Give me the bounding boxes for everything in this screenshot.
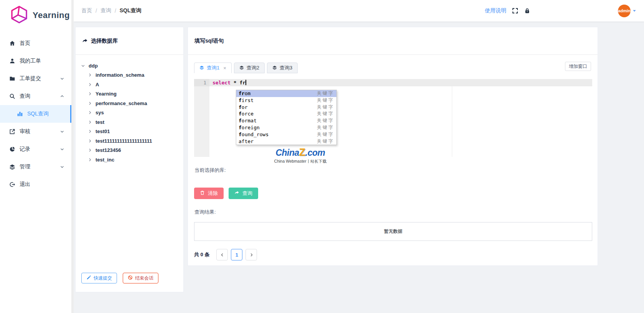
user-menu[interactable]: admin (618, 5, 636, 17)
tree-node-label: test (96, 119, 104, 125)
sidebar-menu: 首页 我的工单 工单提交 查询 (0, 35, 71, 193)
clear-button[interactable]: 清除 (194, 188, 224, 199)
tree-node-label: information_schema (96, 72, 144, 78)
user-icon (9, 58, 15, 64)
autocomplete-item[interactable]: for 关键字 (236, 104, 336, 111)
breadcrumb: 首页 查询 SQL查询 (81, 7, 142, 14)
sidebar-item-sql-query[interactable]: SQL查询 (0, 105, 71, 123)
lock-icon[interactable] (524, 8, 530, 14)
autocomplete-item[interactable]: first 关键字 (236, 97, 336, 104)
chevron-down-icon (60, 147, 64, 152)
autocomplete-popup: from 关键字 first 关键字 for 关键字 force 关键字 for… (236, 90, 337, 145)
autocomplete-item[interactable]: force 关键字 (236, 110, 336, 117)
tree-children: information_schema A Yearning performanc… (81, 71, 183, 165)
sidebar-item-audit[interactable]: 审核 (0, 123, 71, 140)
current-db-label: 当前选择的库: (194, 167, 226, 174)
database-panel-title: 选择数据库 (91, 38, 118, 44)
avatar[interactable]: admin (618, 5, 631, 17)
tree-node[interactable]: Yearning (88, 89, 183, 99)
breadcrumb-separator (115, 8, 116, 14)
sql-code-editor[interactable]: 1 select * fr from 关键字 first 关键字 for 关键字… (194, 79, 592, 157)
add-window-button[interactable]: 增加窗口 (565, 62, 591, 71)
chevron-down-icon (81, 64, 85, 68)
hint-type: 关键字 (317, 110, 334, 117)
sidebar-item-logout[interactable]: 退出 (0, 176, 71, 193)
tab-query1[interactable]: 查询1 × (194, 63, 232, 73)
close-icon[interactable]: × (223, 66, 226, 71)
chevron-right-icon (88, 129, 92, 133)
tab-query3[interactable]: 查询3 (267, 63, 298, 73)
sidebar-item-my-tickets[interactable]: 我的工单 (0, 52, 71, 70)
tree-node[interactable]: test_inc (88, 155, 183, 165)
autocomplete-item[interactable]: found_rows 关键字 (236, 131, 336, 138)
tree-node[interactable]: A (88, 80, 183, 89)
layers-icon (9, 164, 15, 170)
hint-rest: ound_rows (242, 131, 268, 138)
breadcrumb-query[interactable]: 查询 (100, 7, 111, 14)
caret-down-icon (632, 9, 636, 13)
hint-type: 关键字 (317, 124, 334, 131)
tree-node[interactable]: test (88, 117, 183, 127)
sidebar-item-query[interactable]: 查询 (0, 87, 71, 105)
tree-node[interactable]: sys (88, 108, 183, 118)
help-link[interactable]: 使用说明 (485, 7, 506, 14)
hint-type: 关键字 (317, 131, 334, 138)
sidebar-item-home[interactable]: 首页 (0, 35, 71, 52)
hint-match: f (239, 131, 242, 138)
tree-node[interactable]: test01 (88, 127, 183, 137)
tab-query2[interactable]: 查询2 (234, 63, 265, 73)
editor-actions: 清除 查询 (194, 188, 258, 199)
query-tabs: 查询1 × 查询2 查询3 (194, 63, 300, 73)
folder-icon (9, 76, 15, 82)
tab-label: 查询1 (207, 64, 219, 71)
hint-rest: or (242, 104, 248, 111)
tree-node-root[interactable]: ddp (81, 61, 183, 71)
sidebar-item-ticket-submit[interactable]: 工单提交 (0, 70, 71, 87)
tree-node[interactable]: test1111111111111111111 (88, 136, 183, 146)
chevron-down-icon (60, 76, 64, 81)
autocomplete-item[interactable]: format 关键字 (236, 117, 336, 124)
sidebar-item-label: 工单提交 (20, 75, 41, 82)
autocomplete-item[interactable]: from 关键字 (236, 90, 336, 97)
sidebar-item-admin[interactable]: 管理 (0, 158, 71, 176)
tree-node[interactable]: information_schema (88, 71, 183, 80)
tree-node-label: ddp (89, 63, 98, 69)
tree-node[interactable]: performance_schema (88, 99, 183, 108)
external-link-icon (9, 128, 15, 135)
sql-editor-panel: 填写sql语句 查询1 × 查询2 查询3 增加窗口 1 select * (188, 27, 598, 266)
no-data-text: 暂无数据 (384, 228, 402, 235)
fullscreen-icon[interactable] (512, 7, 519, 14)
sidebar: Yearning 首页 我的工单 工单提交 (0, 0, 71, 313)
quick-submit-button[interactable]: 快速提交 (81, 273, 117, 283)
line-number: 1 (194, 79, 206, 86)
tree-node-label: test1111111111111111111 (96, 138, 152, 144)
prev-page-button[interactable] (216, 249, 228, 260)
sql-panel-header: 填写sql语句 (188, 27, 598, 55)
tree-node-label: performance_schema (96, 100, 147, 106)
hint-match: f (239, 124, 242, 131)
query-button[interactable]: 查询 (229, 188, 258, 199)
tree-node[interactable]: test123456 (88, 146, 183, 155)
app-logo[interactable]: Yearning (0, 0, 71, 25)
hint-type: 关键字 (317, 90, 334, 97)
page-number-button[interactable]: 1 (231, 249, 242, 260)
sql-panel-title: 填写sql语句 (194, 38, 224, 44)
autocomplete-item[interactable]: after 关键字 (236, 138, 336, 145)
next-page-button[interactable] (245, 249, 257, 260)
topbar: 首页 查询 SQL查询 使用说明 admin (74, 0, 644, 21)
layers-icon (272, 65, 277, 71)
tree-node-label: test_inc (96, 157, 114, 163)
tree-node-label: test123456 (96, 147, 121, 153)
chevron-right-icon (88, 92, 92, 96)
sidebar-item-label: 记录 (20, 146, 30, 153)
search-icon (9, 93, 15, 99)
database-panel-header: 选择数据库 (76, 27, 183, 55)
code-line: select * fr (212, 79, 246, 86)
end-session-button[interactable]: 结束会话 (123, 273, 158, 283)
breadcrumb-home[interactable]: 首页 (81, 7, 92, 14)
database-tree: ddp information_schema A Yearning perfor… (76, 55, 183, 165)
sidebar-item-records[interactable]: 记录 (0, 140, 71, 158)
chevron-right-icon (88, 120, 92, 124)
autocomplete-item[interactable]: foreign 关键字 (236, 124, 336, 131)
hint-match: f (239, 110, 242, 117)
